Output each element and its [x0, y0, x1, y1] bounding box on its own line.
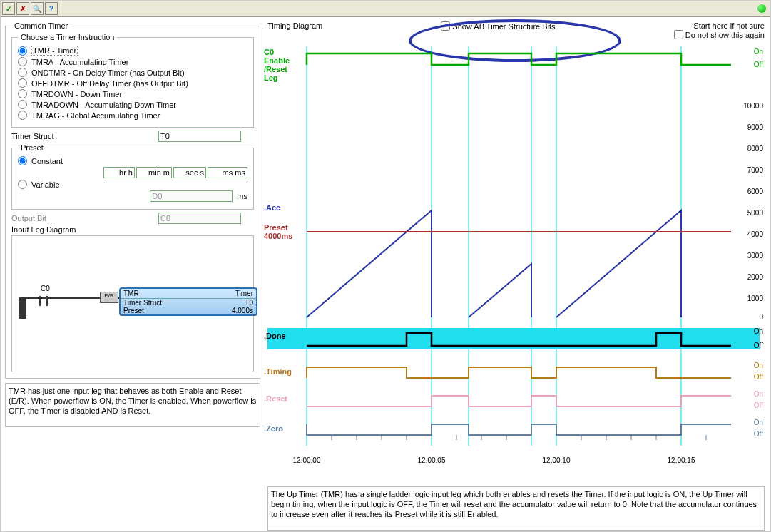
- timing-off: Off: [754, 373, 763, 381]
- start-hint: Start here if not sure: [674, 21, 765, 30]
- y10: 10000: [743, 102, 763, 110]
- output-bit-label: Output Bit: [11, 214, 154, 222]
- x1: 12:00:05: [418, 456, 446, 464]
- timer-struct-input[interactable]: [158, 131, 241, 142]
- radio-tmr-label[interactable]: TMR - Timer: [31, 46, 78, 56]
- y0: 0: [759, 313, 763, 321]
- output-bit-input: [158, 213, 241, 224]
- show-ab-label[interactable]: Show AB Timer Structure Bits: [452, 22, 555, 31]
- ladder-contact-label: C0: [41, 285, 50, 292]
- radio-offdtmr[interactable]: [18, 78, 27, 88]
- tmr-block: TMRTimer Timer StructT0 Preset4.000s: [119, 287, 257, 316]
- ok-button[interactable]: ✓: [2, 2, 15, 15]
- x0: 12:00:00: [293, 456, 321, 464]
- y3: 3000: [747, 252, 763, 260]
- tmr-hdr-l: TMR: [123, 290, 139, 297]
- radio-tmr[interactable]: [18, 46, 27, 56]
- reset-label: .Reset: [264, 394, 287, 403]
- y8: 8000: [747, 145, 763, 153]
- preset-var-unit: ms: [237, 192, 247, 200]
- radio-tmrag[interactable]: [18, 111, 27, 120]
- show-ab-checkbox[interactable]: [441, 21, 450, 31]
- tmr-r1r: T0: [245, 299, 253, 307]
- tmr-r2l: Preset: [123, 307, 144, 314]
- zero-on: On: [754, 419, 763, 426]
- instruction-legend: Choose a Timer Instruction: [18, 33, 117, 41]
- radio-tmradown-label[interactable]: TMRADOWN - Accumulating Down Timer: [31, 101, 176, 109]
- preset-ms[interactable]: [208, 167, 247, 178]
- preset-var-input: [150, 190, 233, 202]
- radio-constant[interactable]: [18, 156, 27, 165]
- y6: 6000: [747, 188, 763, 195]
- reset-on: On: [754, 390, 763, 398]
- enable-on: On: [754, 48, 763, 56]
- timing-chart: C0 Enable /Reset Leg On Off .Acc Preset …: [267, 39, 765, 484]
- zero-label: .Zero: [264, 424, 283, 433]
- radio-constant-label[interactable]: Constant: [31, 157, 63, 165]
- y7: 7000: [747, 166, 763, 174]
- y2: 2000: [747, 273, 763, 281]
- zero-off: Off: [754, 430, 763, 438]
- x2: 12:00:10: [543, 456, 571, 464]
- dont-show-label[interactable]: Do not show this again: [685, 31, 765, 39]
- preset-group: Preset Constant Variable ms: [11, 143, 254, 210]
- x3: 12:00:15: [668, 456, 695, 464]
- y9: 9000: [747, 123, 763, 131]
- radio-tmra-label[interactable]: TMRA - Accumulating Timer: [31, 58, 128, 66]
- contact-symbol: [41, 295, 46, 303]
- y1: 1000: [747, 295, 763, 302]
- left-description: TMR has just one input leg that behaves …: [5, 383, 260, 427]
- acc-label: .Acc: [264, 203, 280, 212]
- toolbar: ✓ ✗ 🔍 ?: [1, 1, 770, 17]
- radio-ondtmr-label[interactable]: ONDTMR - On Delay Timer (has Output Bit): [31, 68, 185, 77]
- cancel-button[interactable]: ✗: [16, 2, 29, 15]
- help-button[interactable]: ?: [45, 2, 58, 15]
- instruction-group: Choose a Timer Instruction TMR - Timer T…: [11, 33, 254, 128]
- radio-tmrag-label[interactable]: TMRAG - Global Accumulating Timer: [31, 111, 160, 120]
- input-leg-diagram: C0 E/R TMRTimer Timer StructT0 Preset4.0…: [11, 235, 254, 372]
- radio-tmrdown[interactable]: [18, 89, 27, 98]
- done-on: On: [754, 327, 763, 335]
- search-button[interactable]: 🔍: [31, 2, 44, 15]
- preset-min[interactable]: [136, 167, 172, 178]
- radio-variable[interactable]: [18, 180, 27, 189]
- radio-offdtmr-label[interactable]: OFFDTMR - Off Delay Timer (has Output Bi…: [31, 79, 188, 88]
- enable-off: Off: [754, 61, 763, 68]
- enable-label: C0 Enable /Reset Leg: [264, 48, 290, 82]
- radio-variable-label[interactable]: Variable: [31, 180, 60, 189]
- radio-tmra[interactable]: [18, 57, 27, 66]
- radio-tmrdown-label[interactable]: TMRDOWN - Down Timer: [31, 90, 122, 98]
- right-description: The Up Timer (TMR) has a single ladder l…: [267, 486, 765, 531]
- timing-on: On: [754, 362, 763, 369]
- preset-label: Preset 4000ms: [264, 223, 292, 240]
- dont-show-checkbox[interactable]: [674, 30, 683, 39]
- timing-diagram-label: Timing Diagram: [267, 21, 322, 30]
- tmr-hdr-r: Timer: [235, 290, 253, 297]
- common-timer-group: Common Timer Choose a Timer Instruction …: [5, 21, 260, 379]
- input-leg-label: Input Leg Diagram: [11, 225, 254, 234]
- radio-tmradown[interactable]: [18, 100, 27, 109]
- status-led: [757, 4, 766, 13]
- timing-label: .Timing: [264, 367, 292, 376]
- done-label: .Done: [264, 332, 286, 340]
- common-timer-legend: Common Timer: [11, 21, 71, 30]
- radio-ondtmr[interactable]: [18, 68, 27, 77]
- preset-legend: Preset: [18, 143, 46, 152]
- timer-struct-label: Timer Struct: [11, 132, 154, 140]
- y5: 5000: [747, 209, 763, 217]
- ladder-er-box: E/R: [100, 292, 118, 303]
- done-off: Off: [754, 342, 763, 349]
- tmr-r2r: 4.000s: [232, 307, 253, 314]
- reset-off: Off: [754, 401, 763, 409]
- y4: 4000: [747, 230, 763, 238]
- preset-hr[interactable]: [103, 167, 135, 178]
- tmr-r1l: Timer Struct: [123, 299, 162, 307]
- preset-sec[interactable]: [173, 167, 206, 178]
